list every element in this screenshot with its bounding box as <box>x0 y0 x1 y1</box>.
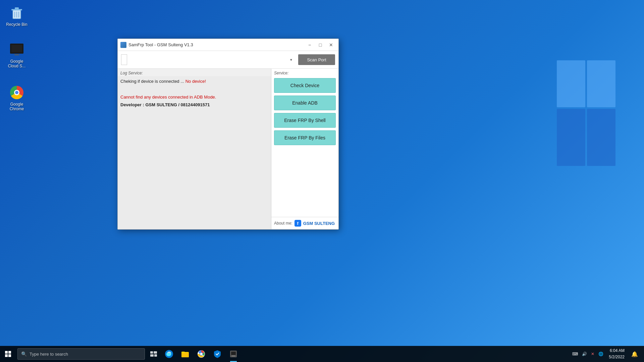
window-controls: − □ ✕ <box>305 41 336 49</box>
search-icon: 🔍 <box>21 351 27 357</box>
log-line-2: Cannot find any devices connected in ADB… <box>120 93 268 101</box>
app-window: SamFrp Tool - GSM Sulteng V1.3 − □ ✕ Sca… <box>117 39 339 230</box>
svg-rect-2 <box>15 7 19 9</box>
log-panel: Log Service: Cheking if device is connec… <box>118 69 271 229</box>
log-label: Log Service: <box>118 69 271 76</box>
taskbar-samfrp[interactable] <box>225 346 241 362</box>
about-section: About me: f GSM SULTENG <box>271 217 338 229</box>
port-row: Scan Port <box>118 51 338 69</box>
task-view-button[interactable] <box>146 346 161 362</box>
tray-network-x[interactable]: ✕ <box>590 352 596 356</box>
svg-rect-21 <box>231 352 236 355</box>
search-box[interactable]: 🔍 Type here to search <box>17 348 145 360</box>
tray-network[interactable]: 🌐 <box>597 352 605 356</box>
recycle-bin-image <box>9 5 25 21</box>
app-title: SamFrp Tool - GSM Sulteng V1.3 <box>128 42 305 47</box>
check-device-button[interactable]: Check Device <box>274 78 336 93</box>
system-tray: ⌨ 🔊 ✕ 🌐 6:04 AM 5/2/2022 🔔 <box>571 346 644 362</box>
google-cloud-label: Google Cloud S... <box>5 59 29 68</box>
main-content: Log Service: Cheking if device is connec… <box>118 69 338 229</box>
svg-rect-16 <box>181 352 185 353</box>
taskbar-apps <box>161 346 241 362</box>
about-label: About me: <box>274 221 292 226</box>
service-label: Service: <box>271 69 338 76</box>
port-select[interactable] <box>121 54 127 65</box>
svg-rect-12 <box>154 354 157 357</box>
title-bar: SamFrp Tool - GSM Sulteng V1.3 − □ ✕ <box>118 39 338 51</box>
clock-time: 6:04 AM <box>609 348 625 354</box>
google-cloud-icon[interactable]: Google Cloud S... <box>3 40 30 70</box>
log-checking-text: Cheking if device is connected ... <box>120 79 185 84</box>
minimize-button[interactable]: − <box>305 41 314 49</box>
service-panel: Service: Check Device Enable ADB Erase F… <box>271 69 338 229</box>
start-button[interactable] <box>0 346 16 362</box>
recycle-bin-label: Recycle Bin <box>6 22 27 27</box>
log-content: Cheking if device is connected ... No de… <box>118 76 271 229</box>
gsm-sulteng-link[interactable]: GSM SULTENG <box>303 221 335 226</box>
google-chrome-desktop-label: Google Chrome <box>5 102 29 111</box>
start-icon <box>5 351 11 357</box>
svg-rect-11 <box>150 354 154 357</box>
svg-rect-10 <box>154 351 157 354</box>
maximize-button[interactable]: □ <box>316 41 325 49</box>
app-icon <box>120 42 126 48</box>
svg-rect-9 <box>150 351 153 354</box>
google-chrome-desktop-image <box>9 84 25 101</box>
svg-rect-1 <box>11 9 22 10</box>
close-button[interactable]: ✕ <box>326 41 336 49</box>
svg-rect-22 <box>232 356 235 356</box>
taskbar-files[interactable] <box>177 346 193 362</box>
erase-frp-shell-button[interactable]: Erase FRP By Shell <box>274 113 336 128</box>
clock-date: 5/2/2022 <box>609 354 625 360</box>
tray-volume[interactable]: 🔊 <box>581 352 588 356</box>
taskbar-defender[interactable] <box>209 346 225 362</box>
google-chrome-desktop-icon[interactable]: Google Chrome <box>3 83 30 113</box>
svg-point-19 <box>200 353 203 355</box>
erase-frp-files-button[interactable]: Erase FRP By Files <box>274 130 336 145</box>
taskbar-edge[interactable] <box>161 346 177 362</box>
google-cloud-image <box>9 42 25 58</box>
search-placeholder: Type here to search <box>30 352 68 357</box>
scan-port-button[interactable]: Scan Port <box>298 54 335 65</box>
windows-decoration <box>557 60 617 168</box>
svg-rect-15 <box>181 353 189 357</box>
taskbar: 🔍 Type here to search <box>0 346 644 362</box>
enable-adb-button[interactable]: Enable ADB <box>274 96 336 110</box>
log-line-3: Developer : GSM SULTENG / 081244091571 <box>120 101 268 109</box>
log-line-1: Cheking if device is connected ... No de… <box>120 77 268 85</box>
notification-button[interactable]: 🔔 <box>629 346 641 362</box>
port-select-wrap <box>121 54 296 65</box>
log-no-device: No device! <box>185 79 206 84</box>
svg-rect-8 <box>14 54 19 55</box>
system-clock[interactable]: 6:04 AM 5/2/2022 <box>606 348 627 360</box>
svg-rect-7 <box>11 45 22 52</box>
service-buttons: Check Device Enable ADB Erase FRP By She… <box>271 76 338 147</box>
tray-keyboard[interactable]: ⌨ <box>571 352 579 356</box>
facebook-icon: f <box>294 220 301 227</box>
recycle-bin-icon[interactable]: Recycle Bin <box>3 3 30 28</box>
taskbar-chrome[interactable] <box>193 346 209 362</box>
